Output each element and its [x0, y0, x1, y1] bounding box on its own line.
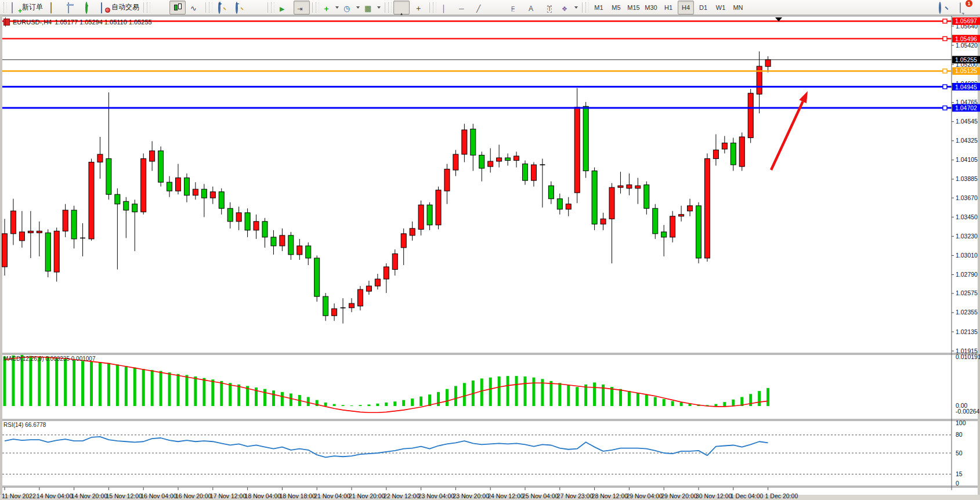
candle-down	[314, 258, 320, 296]
toolbar-grip[interactable]	[316, 2, 319, 13]
rsi-axis-label: 80	[956, 431, 963, 438]
tile-windows-icon[interactable]	[249, 1, 265, 15]
chevron-down-icon[interactable]	[335, 6, 339, 9]
search-icon	[939, 2, 941, 14]
chart-window-icon[interactable]	[63, 1, 79, 15]
timeframe-label: M5	[612, 4, 620, 11]
candle-down	[731, 143, 736, 165]
candle-up	[176, 178, 181, 191]
price-tick-label: 1.03670	[956, 194, 978, 201]
chart-shift-icon[interactable]: ⇥	[294, 1, 310, 15]
candle-up	[141, 159, 146, 212]
timeframe-m30[interactable]: M30	[643, 1, 659, 15]
time-tick-label: 14 Nov 04:00	[37, 492, 73, 499]
fibonacci-icon[interactable]: F	[508, 1, 524, 15]
timeframe-m1[interactable]: M1	[591, 1, 607, 15]
crosshair-icon: ＋	[414, 3, 422, 13]
text-icon[interactable]: A	[525, 1, 541, 15]
arrows-icon[interactable]: ❖	[560, 1, 580, 15]
candlestick-chart-icon[interactable]	[169, 1, 186, 15]
timeframe-h1[interactable]: H1	[660, 1, 677, 15]
time-tick-label: 18 Nov 04:00	[245, 492, 281, 499]
toolbar-grip[interactable]	[585, 2, 589, 13]
chart-canvas[interactable]: 1.056401.054201.052001.049801.047651.045…	[0, 15, 980, 500]
line-chart-icon[interactable]: ∿	[187, 1, 203, 15]
cursor-icon[interactable]	[393, 1, 410, 15]
timeframe-mn[interactable]: MN	[730, 1, 746, 15]
candle-up	[366, 286, 371, 291]
candle-down	[696, 206, 701, 258]
zoom-in-icon[interactable]	[214, 1, 230, 15]
time-tick-label: 22 Nov 12:00	[384, 492, 420, 499]
candle-down	[245, 213, 250, 230]
new-order-button[interactable]: 新订单	[9, 1, 45, 15]
trendline-icon[interactable]: ╱	[473, 1, 489, 15]
rsi-indicator-label: RSI(14) 66.6778	[3, 422, 46, 428]
hline-handle[interactable]	[943, 85, 947, 89]
indicators-icon[interactable]: ＋	[321, 1, 341, 15]
hline-handle[interactable]	[943, 19, 947, 23]
autotrade-button[interactable]: 自动交易	[98, 1, 141, 15]
autotrade-icon	[101, 2, 102, 13]
symbol-period-label: EURUSD-,H4	[13, 19, 52, 26]
candle-up	[453, 154, 458, 170]
time-tick-label: 1 Dec 20:00	[765, 492, 798, 499]
auto-scroll-icon[interactable]: ▶	[276, 1, 292, 15]
candle-down	[106, 159, 111, 195]
crosshair-icon[interactable]: ＋	[411, 1, 427, 15]
rsi-axis-label: 50	[956, 450, 963, 456]
candle-up	[436, 190, 441, 225]
notifications-button[interactable]: 1	[956, 1, 972, 15]
zoom-out-icon[interactable]	[232, 1, 248, 15]
text-label-icon[interactable]: T	[543, 1, 559, 15]
hline-handle[interactable]	[943, 69, 947, 73]
chevron-down-icon[interactable]	[377, 6, 381, 9]
candle-up	[514, 156, 519, 161]
candle-up	[349, 303, 355, 308]
candle-down	[158, 151, 164, 182]
periods-icon[interactable]: ◷	[342, 1, 361, 15]
hline-handle[interactable]	[943, 37, 947, 41]
vertical-line-icon[interactable]: │	[438, 1, 454, 15]
equidistant-channel-icon[interactable]	[490, 1, 507, 15]
chevron-down-icon[interactable]	[574, 6, 578, 9]
toolbar-grip[interactable]	[209, 2, 212, 13]
bar-chart-icon[interactable]	[152, 1, 168, 15]
toolbar-separator	[385, 2, 385, 13]
candle-up	[618, 186, 623, 187]
time-tick-label: 28 Nov 12:00	[592, 492, 628, 499]
time-tick-label: 17 Nov 12:00	[210, 492, 247, 499]
chart-symbol-icon	[3, 19, 10, 26]
candle-up	[679, 215, 684, 216]
navigator-icon[interactable]	[81, 1, 97, 15]
chat-icon	[960, 2, 961, 13]
time-tick-label: 23 Nov 20:00	[453, 492, 489, 499]
market-watch-icon[interactable]	[46, 1, 62, 15]
toolbar-grip[interactable]	[147, 2, 150, 13]
templates-icon[interactable]: ▦	[363, 1, 382, 15]
candle-up	[635, 186, 641, 189]
candle-down	[427, 205, 432, 225]
chevron-down-icon[interactable]	[356, 6, 360, 9]
mt4-terminal: { "toolbar": { "new_order_label": "新订单",…	[0, 0, 980, 500]
horizontal-line-icon[interactable]: ─	[455, 1, 472, 15]
timeframe-m5[interactable]: M5	[608, 1, 624, 15]
hline-handle[interactable]	[943, 106, 947, 110]
search-button[interactable]	[935, 1, 952, 15]
toolbar-grip[interactable]	[3, 2, 7, 13]
timeframe-h4[interactable]: H4	[678, 1, 694, 15]
timeframe-label: MN	[733, 4, 743, 11]
toolbar-separator	[143, 2, 144, 13]
arrows-icon: ❖	[562, 5, 567, 12]
timeframe-w1[interactable]: W1	[713, 1, 729, 15]
candle-up	[748, 93, 753, 138]
candle-up	[670, 216, 675, 237]
toolbar-grip[interactable]	[433, 2, 436, 13]
candle-up	[63, 210, 68, 231]
toolbar-grip[interactable]	[271, 2, 274, 13]
timeframe-d1[interactable]: D1	[695, 1, 711, 15]
timeframe-m15[interactable]: M15	[625, 1, 642, 15]
toolbar-grip[interactable]	[388, 2, 392, 13]
price-tick-label: 1.02135	[956, 328, 978, 335]
candle-up	[488, 161, 493, 166]
